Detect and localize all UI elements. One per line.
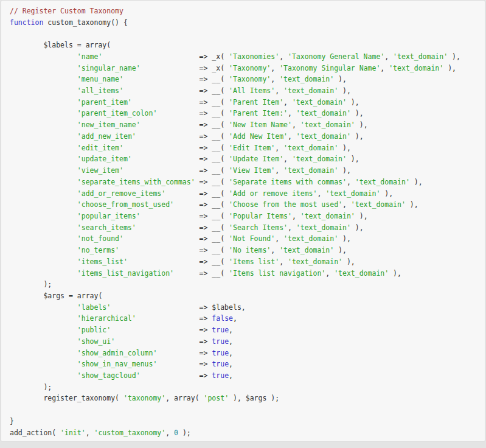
code-token-string: 'Add or remove items' (229, 189, 317, 198)
code-token-plain: custom_taxonomy() { (43, 18, 127, 27)
code-spacing (10, 144, 77, 152)
code-token-plain: , (347, 178, 355, 186)
code-spacing (141, 371, 200, 380)
code-line: 'search_items' => __( 'Search Items', 't… (10, 222, 476, 234)
code-line: 'update_item' => __( 'Update Item', 'tex… (10, 153, 476, 165)
code-token-string: 'text_domain' (393, 52, 448, 61)
code-token-string: 'text_domain' (389, 64, 443, 72)
code-token-string: 'No items' (229, 246, 271, 254)
code-token-plain: , (317, 189, 325, 198)
code-token-plain: , (165, 429, 174, 437)
code-token-string: 'Taxonomy General Name' (288, 52, 384, 61)
code-token-plain: => (200, 314, 212, 323)
code-spacing (174, 269, 200, 278)
code-line: 'choose_from_most_used' => __( 'Choose f… (10, 199, 476, 211)
code-token-plain: ), (351, 109, 364, 117)
code-line: 'parent_item_colon' => __( 'Parent Item:… (10, 108, 476, 119)
code-token-string: 'parent_item' (77, 98, 132, 107)
code-token-string: 'post' (204, 394, 229, 402)
code-token-string: 'Update Item' (229, 155, 283, 163)
code-line: 'show_admin_column' => true, (10, 348, 476, 359)
code-token-string: 'text_domain' (300, 121, 355, 129)
code-spacing (10, 246, 77, 254)
code-spacing (123, 86, 200, 95)
code-spacing (157, 349, 199, 357)
code-token-keyword: true (212, 360, 229, 368)
code-token-string: 'text_domain' (283, 86, 338, 95)
code-spacing (119, 246, 200, 254)
code-line: $labels = array( (10, 40, 476, 51)
code-spacing (10, 349, 77, 357)
code-token-string: 'new_item_name' (77, 121, 141, 129)
code-token-string: 'items_list_navigation' (77, 269, 174, 278)
code-token-string: 'singular_name' (77, 64, 141, 72)
code-token-string: 'taxonomy' (123, 394, 165, 402)
code-spacing (10, 121, 77, 129)
code-token-plain: , (292, 212, 300, 220)
code-spacing (10, 75, 77, 83)
code-token-plain: add_action( (10, 429, 60, 437)
code-token-plain: ), (443, 64, 456, 72)
code-line: add_action( 'init', 'custom_taxonomy', 0… (10, 427, 476, 439)
code-token-string: 'text_domain' (325, 189, 380, 198)
code-token-plain: , (380, 64, 389, 72)
code-token-number: 0 (174, 429, 178, 437)
code-token-plain: , (233, 314, 237, 323)
code-token-plain: => (200, 326, 212, 334)
code-token-plain: => __( (200, 144, 229, 152)
code-spacing (10, 360, 77, 368)
code-token-plain: , (283, 155, 292, 163)
code-token-plain: , (342, 200, 351, 209)
code-spacing (10, 303, 77, 312)
code-line: 'show_ui' => true, (10, 336, 476, 348)
code-token-plain: => __( (200, 86, 229, 95)
code-token-plain: register_taxonomy( (43, 394, 123, 402)
code-line: function custom_taxonomy() { (10, 17, 476, 29)
code-token-string: 'popular_items' (77, 212, 141, 220)
code-line: 'not_found' => __( 'Not Found', 'text_do… (10, 233, 476, 245)
code-spacing (136, 223, 200, 232)
code-token-keyword: false (212, 314, 233, 323)
code-token-plain: => __( (200, 269, 229, 278)
code-token-string: 'text_domain' (334, 269, 389, 278)
code-token-plain: => __( (200, 257, 229, 266)
code-token-string: 'not_found' (77, 234, 123, 243)
code-spacing (10, 234, 77, 243)
code-spacing (165, 189, 199, 198)
code-token-plain: ), (406, 200, 418, 209)
code-token-plain: , (229, 326, 233, 334)
code-line (10, 28, 476, 40)
code-line: 'items_list' => __( 'Items list', 'text_… (10, 256, 476, 268)
code-line: 'view_item' => __( 'View Item', 'text_do… (10, 165, 476, 177)
code-spacing (141, 121, 200, 129)
code-token-string: 'show_in_nav_menus' (77, 360, 158, 368)
code-token-plain: , (229, 360, 233, 368)
code-token-string: 'All Items' (229, 86, 275, 95)
code-token-string: 'text_domain' (300, 212, 355, 220)
code-line: ); (10, 279, 476, 290)
code-line: 'menu_name' => __( 'Taxonomy', 'text_dom… (10, 74, 476, 85)
code-spacing (10, 189, 77, 198)
code-spacing (128, 257, 200, 266)
code-spacing (157, 360, 199, 368)
code-token-string: 'view_item' (77, 166, 123, 175)
code-line (10, 404, 476, 416)
code-token-plain: , (288, 223, 296, 232)
code-line: ); (10, 382, 476, 393)
code-token-string: 'text_domain' (292, 98, 347, 107)
code-token-plain: => __( (200, 212, 229, 220)
code-token-string: 'Taxonomy' (229, 75, 271, 83)
code-token-plain: => __( (200, 234, 229, 243)
code-spacing (10, 86, 77, 95)
code-token-plain: => __( (200, 132, 229, 141)
code-token-plain: ), (338, 166, 351, 175)
code-token-plain: } (10, 417, 14, 425)
code-spacing (132, 98, 200, 107)
code-token-string: 'View Item' (229, 166, 275, 175)
code-token-plain: , (229, 371, 233, 380)
code-token-plain: ); (43, 383, 52, 391)
code-token-plain: => (200, 349, 212, 357)
code-spacing (10, 132, 77, 141)
code-spacing (102, 52, 199, 61)
code-spacing (123, 144, 200, 152)
